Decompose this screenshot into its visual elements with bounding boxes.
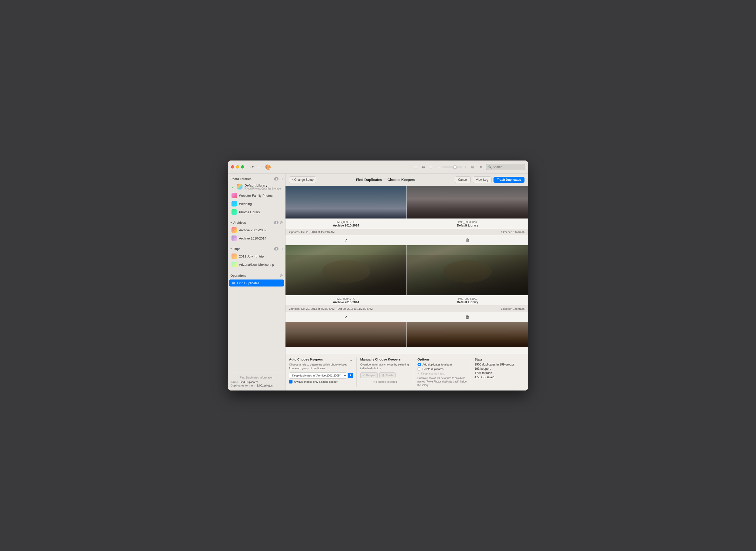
trips-minus[interactable]: ⊖: [279, 246, 283, 251]
partial-right-library: Default Library: [407, 224, 528, 227]
webster-label: Webster Family Photos: [239, 194, 272, 197]
sidebar-item-trip2[interactable]: Arizona/New Mexico trip: [229, 260, 284, 268]
options-note: Duplicate photos will be added to an alb…: [418, 377, 468, 387]
sidebar-item-wedding[interactable]: Wedding: [229, 200, 284, 208]
dup-group-partial: IMG_0993.JPG Archive 2010-2014 IMG_0993.…: [285, 186, 528, 229]
archive2-label: Archive 2010-2014: [239, 236, 266, 240]
dropdown-arrow-icon[interactable]: ⬆: [348, 373, 353, 378]
sidebar-item-archive1[interactable]: Archive 2001-2009: [229, 226, 284, 234]
group1-left-info: IMG_0994.JPG Archive 2010-2014: [285, 295, 407, 306]
manually-choose-section: Manually Choose Keepers Override automat…: [360, 358, 410, 387]
auto-choose-title: Auto Choose Keepers: [289, 358, 323, 361]
cancel-button[interactable]: Cancel: [455, 176, 471, 183]
group2-keeper-cell[interactable]: ✓: [285, 314, 407, 320]
group2-trash-cell[interactable]: 🗑: [407, 315, 528, 320]
group2-photo-row: [285, 322, 528, 347]
photo-card-left-top[interactable]: [285, 186, 407, 218]
app-logo: 🎨: [265, 164, 271, 170]
close-button[interactable]: [231, 165, 234, 168]
delete-dup-radio[interactable]: [418, 367, 421, 371]
stats-line4: 4.56 GB saved: [475, 376, 525, 379]
stats-section: Stats 1900 duplicates in 899 groups 193 …: [475, 358, 525, 387]
sidebar-item-archive2[interactable]: Archive 2010-2014: [229, 234, 284, 242]
trip2-icon: [231, 262, 237, 267]
find-duplicates-button[interactable]: ⊞ Find Duplicates: [229, 280, 284, 287]
photos-library-icon: [231, 209, 237, 215]
sidebar-item-trip1[interactable]: 2011 July 4th trip: [229, 252, 284, 260]
keeper-checkmark-icon: ✓: [363, 374, 365, 377]
group1-trash-cell[interactable]: 🗑: [407, 238, 528, 243]
search-icon: 🔍: [488, 165, 492, 169]
photo-card-1-right[interactable]: [407, 245, 528, 295]
group2-trash-icon: 🗑: [465, 315, 470, 320]
bottom-photo-right: [407, 322, 528, 347]
photo-image-right-top: [407, 186, 528, 218]
view-log-button[interactable]: View Log: [473, 176, 492, 183]
archive1-label: Archive 2001-2009: [239, 228, 266, 232]
search-input[interactable]: [493, 165, 523, 169]
add-to-album-label: Add duplicates to album: [423, 363, 452, 366]
add-button[interactable]: + ▾: [248, 164, 255, 169]
keeper-rule-dropdown[interactable]: Keep duplicates in "Archive 2001-2009": [289, 373, 347, 379]
change-setup-button[interactable]: < Change Setup: [289, 176, 316, 183]
group2-keeper-trash: ✓ 🗑: [285, 312, 528, 322]
photo-libraries-title: Photo libraries: [230, 177, 251, 181]
zoom-thumb: [453, 165, 457, 169]
photo-card-1-left[interactable]: [285, 245, 407, 295]
photo-libraries-minus[interactable]: ⊖: [279, 176, 283, 181]
delete-dup-label: Delete duplicates: [423, 368, 444, 371]
trash-button[interactable]: 🗑 Trash: [379, 373, 396, 378]
photo-card-right-top[interactable]: [407, 186, 528, 218]
trips-collapse-button[interactable]: ▾: [230, 247, 232, 250]
photo-card-2-right[interactable]: [407, 322, 528, 347]
keeper-label: Keeper: [366, 374, 375, 377]
archive2-icon: [231, 235, 237, 241]
options-title: Options: [418, 358, 468, 361]
network-view-button[interactable]: ⊛: [420, 164, 427, 170]
add-to-album-radio[interactable]: [418, 363, 421, 366]
keep-albums-checkmark-icon: ✓: [418, 372, 420, 375]
minimize-btn[interactable]: —: [256, 164, 261, 169]
group1-keeper-checkmark-icon: ✓: [344, 237, 348, 243]
zoom-in-button[interactable]: +: [463, 164, 467, 169]
group1-keeper-cell[interactable]: ✓: [285, 237, 407, 243]
compare-view-button[interactable]: ⊡: [428, 164, 435, 170]
trash-duplicates-button[interactable]: Trash Duplicates: [494, 177, 525, 183]
minimize-button[interactable]: [236, 165, 239, 168]
large-grid-button[interactable]: ⊞: [470, 164, 476, 169]
archives-minus[interactable]: ⊖: [279, 220, 283, 225]
cat-photo-right: [407, 245, 528, 295]
fullscreen-button[interactable]: [241, 165, 244, 168]
trip1-label: 2011 July 4th trip: [239, 254, 264, 258]
keep-albums-label: Keep albums intact: [421, 372, 445, 375]
info-name-row: Name Find Duplicates: [230, 381, 283, 384]
zoom-out-button[interactable]: −: [437, 164, 441, 169]
info-name-val: Find Duplicates: [239, 381, 258, 384]
operations-minus[interactable]: ⊖: [279, 273, 283, 278]
keeper-button[interactable]: ✓ Keeper: [360, 373, 378, 378]
stats-line3: 1707 to trash: [475, 371, 525, 375]
archive1-icon: [231, 227, 237, 233]
operations-section: Operations ⊖ ⊞ Find Duplicates: [228, 271, 285, 289]
photo-image-left-top: [285, 186, 407, 218]
zoom-slider[interactable]: [442, 166, 462, 167]
group1-left-filename: IMG_0994.JPG: [285, 297, 407, 300]
single-keeper-checkbox[interactable]: ✓: [289, 380, 292, 384]
archives-collapse-button[interactable]: ▾: [230, 221, 232, 224]
partial-left-info: IMG_0993.JPG Archive 2010-2014: [285, 218, 407, 229]
archives-header: ▾ Archives 2 ⊖: [228, 220, 285, 226]
info-title: Find Duplicates Information: [230, 376, 283, 379]
sidebar-item-photos-library[interactable]: Photos Library: [229, 208, 284, 216]
sidebar-item-default-library[interactable]: ✓ Default Library iCloud Photos, Optimiz…: [229, 182, 284, 191]
options-section: Options Add duplicates to album Delete d…: [418, 358, 468, 387]
grid-view-button[interactable]: ⊞: [413, 164, 420, 170]
panel-header: < Change Setup Find Duplicates — Choose …: [285, 173, 528, 186]
photo-card-2-left[interactable]: [285, 322, 407, 347]
trips-section: ▾ Trips 2 ⊖ 2011 July 4th trip Arizona/N…: [228, 243, 285, 270]
default-library-check-icon: ✓: [231, 185, 234, 189]
sidebar-item-webster[interactable]: Webster Family Photos: [229, 191, 284, 199]
group1-photo-row: [285, 245, 528, 295]
list-view-button[interactable]: ≡: [478, 164, 483, 169]
titlebar-actions: + ▾ —: [248, 164, 261, 169]
photo-scroll-area[interactable]: IMG_0993.JPG Archive 2010-2014 IMG_0993.…: [285, 186, 528, 354]
